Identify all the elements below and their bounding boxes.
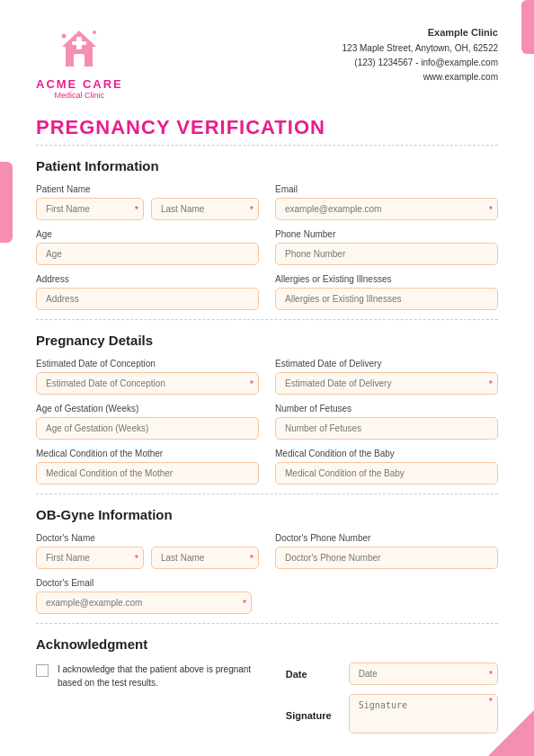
allergies-label: Allergies or Existing Illnesses [275,274,498,284]
date-label: Date [286,669,340,680]
page: ACME CARE Medical Clinic Example Clinic … [0,0,534,756]
doctor-email-col: Doctor's Email * [36,578,252,614]
pregnancy-section: Pregnancy Details Estimated Date of Conc… [36,333,498,485]
mother-condition-input[interactable] [36,462,259,485]
doctor-name-phone-row: Doctor's Name * * Doctor's Phone Number [36,533,498,569]
ack-text-row: I acknowledge that the patient above is … [36,663,270,689]
doctor-phone-col: Doctor's Phone Number [275,533,498,569]
gestation-input[interactable] [36,417,259,440]
title-divider [36,145,498,146]
address-input[interactable] [36,288,259,310]
form-title: PREGNANCY VERIFICATION [36,116,498,139]
patient-divider [36,319,498,320]
ack-checkbox[interactable] [36,664,49,677]
first-name-input[interactable] [36,198,144,220]
conception-col: Estimated Date of Conception * [36,359,259,395]
doctor-last-name-input[interactable] [151,547,259,569]
conception-input[interactable] [36,372,259,395]
mother-condition-wrap [36,462,259,485]
gestation-col: Age of Gestation (Weeks) [36,404,259,440]
svg-point-5 [93,31,96,34]
ack-text: I acknowledge that the patient above is … [58,663,270,689]
mother-condition-col: Medical Condition of the Mother [36,449,259,485]
baby-condition-label: Medical Condition of the Baby [275,449,498,458]
obgyne-section-title: OB-Gyne Information [36,507,498,522]
delivery-label: Estimated Date of Delivery [275,359,498,369]
phone-wrap [275,243,498,265]
address-allergies-row: Address Allergies or Existing Illnesses [36,274,498,310]
obgyne-divider [36,623,498,624]
address-label: Address [36,274,259,284]
last-name-input[interactable] [151,198,259,220]
delivery-col: Estimated Date of Delivery * [275,359,498,395]
clinic-info: Example Clinic 123 Maple Street, Anytown… [343,25,498,84]
delivery-wrap: * [275,372,498,395]
mother-baby-condition-row: Medical Condition of the Mother Medical … [36,449,498,485]
doctor-email-input[interactable] [36,591,252,614]
clinic-address: 123 Maple Street, Anytown, OH, 62522 [343,41,498,56]
age-phone-row: Age Phone Number [36,229,498,265]
signature-label: Signature [286,710,340,721]
acknowledgment-section: Acknowledgment I acknowledge that the pa… [36,636,498,737]
clinic-phone-email: (123) 1234567 - info@example.com [343,56,498,70]
patient-name-label: Patient Name [36,184,259,194]
gestation-wrap [36,417,259,440]
svg-rect-1 [74,54,85,67]
fetuses-wrap [275,417,498,440]
fetuses-input[interactable] [275,417,498,440]
baby-condition-input[interactable] [275,462,498,485]
email-label: Email [275,184,498,194]
allergies-input[interactable] [275,288,498,310]
header: ACME CARE Medical Clinic Example Clinic … [36,25,498,100]
phone-input[interactable] [275,243,498,265]
obgyne-section: OB-Gyne Information Doctor's Name * * Do [36,507,498,614]
fetuses-col: Number of Fetuses [275,404,498,440]
signature-row: Signature * [286,694,498,737]
logo-area: ACME CARE Medical Clinic [36,25,123,100]
ack-right: Date * Signature * [286,663,498,737]
address-wrap [36,288,259,310]
age-input[interactable] [36,243,259,265]
clinic-name: Example Clinic [343,25,498,41]
doctor-last-name-wrap: * [151,547,259,569]
acknowledgment-title: Acknowledgment [36,636,498,652]
doctor-name-label: Doctor's Name [36,533,259,543]
logo-subtitle: Medical Clinic [55,91,105,100]
date-input[interactable] [349,663,498,685]
doctor-phone-input[interactable] [275,547,498,569]
date-wrap: * [349,663,498,685]
name-inputs-row: * * [36,198,259,220]
signature-wrap: * [349,694,498,737]
patient-section-title: Patient Information [36,158,498,173]
signature-input[interactable] [349,694,498,734]
right-top-decoration [521,0,534,54]
doctor-name-inputs-row: * * [36,547,259,569]
svg-rect-3 [72,41,86,45]
conception-wrap: * [36,372,259,395]
gestation-label: Age of Gestation (Weeks) [36,404,259,414]
doctor-email-row: Doctor's Email * [36,578,498,614]
delivery-input[interactable] [275,372,498,395]
doctor-phone-wrap [275,547,498,569]
age-label: Age [36,229,259,239]
patient-name-col: Patient Name * * [36,184,259,220]
phone-col: Phone Number [275,229,498,265]
first-name-wrap: * [36,198,144,220]
pregnancy-divider [36,494,498,494]
age-wrap [36,243,259,265]
doctor-name-col: Doctor's Name * * [36,533,259,569]
patient-section: Patient Information Patient Name * * Ema [36,158,498,310]
clinic-website: www.example.com [343,70,498,84]
acknowledgment-content: I acknowledge that the patient above is … [36,663,498,737]
email-input[interactable] [275,198,498,220]
patient-name-email-row: Patient Name * * Email * [36,184,498,220]
doctor-first-name-input[interactable] [36,547,144,569]
logo-brand: ACME CARE [36,77,123,91]
doctor-phone-label: Doctor's Phone Number [275,533,498,543]
conception-label: Estimated Date of Conception [36,359,259,369]
email-col: Email * [275,184,498,220]
baby-condition-wrap [275,462,498,485]
pregnancy-section-title: Pregnancy Details [36,333,498,348]
doctor-email-label: Doctor's Email [36,578,252,588]
ack-left: I acknowledge that the patient above is … [36,663,270,737]
